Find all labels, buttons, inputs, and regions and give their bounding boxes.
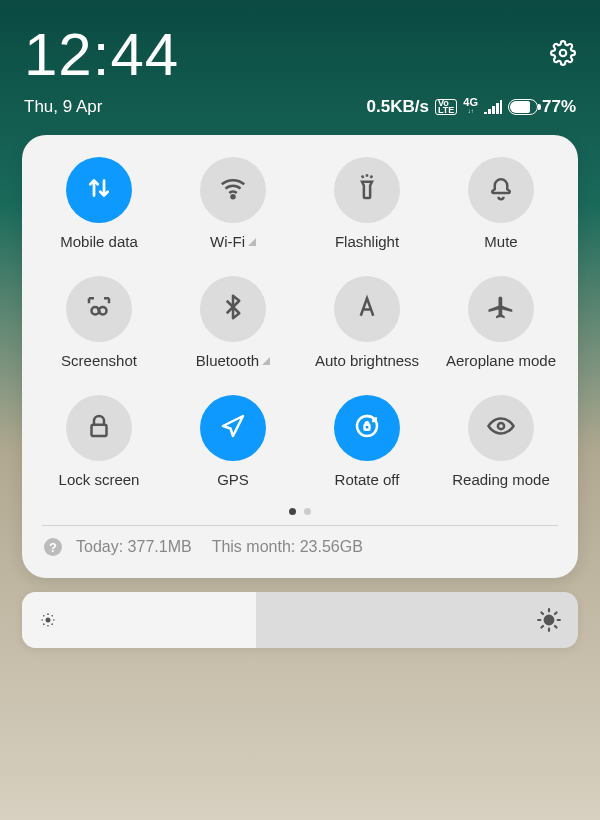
tile-gps[interactable]: GPS xyxy=(168,395,298,488)
screenshot-icon xyxy=(84,292,114,326)
quick-settings-panel: Mobile data Wi-Fi Flashlight Mute Screen xyxy=(22,135,578,578)
tile-label: Screenshot xyxy=(61,352,137,369)
data-usage-row[interactable]: ? Today: 377.1MB This month: 23.56GB xyxy=(34,526,566,570)
brightness-low-icon xyxy=(38,610,58,630)
volte-icon: VoLTE xyxy=(435,99,457,115)
tile-label: Reading mode xyxy=(452,471,550,488)
battery-percent: 77% xyxy=(542,97,576,117)
chevron-icon xyxy=(248,238,256,246)
clock-time: 12:44 xyxy=(24,20,179,89)
svg-point-11 xyxy=(41,619,43,621)
tile-flashlight[interactable]: Flashlight xyxy=(302,157,432,250)
battery-icon: 77% xyxy=(508,97,576,117)
tile-screenshot[interactable]: Screenshot xyxy=(34,276,164,369)
signal-icon xyxy=(484,100,502,114)
wifi-icon xyxy=(218,173,248,207)
svg-point-7 xyxy=(498,423,504,429)
dot-1 xyxy=(289,508,296,515)
tile-mobile-data[interactable]: Mobile data xyxy=(34,157,164,250)
tile-bluetooth[interactable]: Bluetooth xyxy=(168,276,298,369)
svg-point-15 xyxy=(43,623,45,625)
network-type-icon: 4G ↓↑ xyxy=(463,98,478,116)
tile-reading-mode[interactable]: Reading mode xyxy=(436,395,566,488)
tile-label: GPS xyxy=(217,471,249,488)
tile-label: Rotate off xyxy=(335,471,400,488)
svg-point-8 xyxy=(46,618,51,623)
tile-label: Aeroplane mode xyxy=(446,352,556,369)
location-arrow-icon xyxy=(218,411,248,445)
settings-button[interactable] xyxy=(550,40,576,70)
net-speed: 0.5KB/s xyxy=(367,97,429,117)
tile-label: Auto brightness xyxy=(315,352,419,369)
tile-label: Wi-Fi xyxy=(210,233,245,250)
svg-point-17 xyxy=(545,616,554,625)
tile-label: Bluetooth xyxy=(196,352,259,369)
tile-label: Mobile data xyxy=(60,233,138,250)
svg-point-14 xyxy=(51,615,53,617)
status-indicators: 0.5KB/s VoLTE 4G ↓↑ 77% xyxy=(367,97,576,117)
svg-point-10 xyxy=(47,625,49,627)
chevron-icon xyxy=(262,357,270,365)
eye-icon xyxy=(486,411,516,445)
tile-aeroplane-mode[interactable]: Aeroplane mode xyxy=(436,276,566,369)
status-bar: 12:44 Thu, 9 Apr 0.5KB/s VoLTE 4G ↓↑ 77% xyxy=(0,0,600,117)
svg-point-9 xyxy=(47,613,49,615)
svg-point-0 xyxy=(560,49,567,56)
dot-2 xyxy=(304,508,311,515)
tile-label: Mute xyxy=(484,233,517,250)
lock-icon xyxy=(84,411,114,445)
mobile-data-icon xyxy=(84,173,114,207)
flashlight-icon xyxy=(352,173,382,207)
tile-lock-screen[interactable]: Lock screen xyxy=(34,395,164,488)
tile-auto-brightness[interactable]: Auto brightness xyxy=(302,276,432,369)
tile-mute[interactable]: Mute xyxy=(436,157,566,250)
tile-rotate-off[interactable]: Rotate off xyxy=(302,395,432,488)
svg-point-16 xyxy=(51,623,53,625)
svg-point-12 xyxy=(53,619,55,621)
auto-brightness-icon xyxy=(352,292,382,326)
question-icon: ? xyxy=(44,538,62,556)
tile-label: Flashlight xyxy=(335,233,399,250)
airplane-icon xyxy=(486,292,516,326)
bluetooth-icon xyxy=(218,292,248,326)
status-date: Thu, 9 Apr xyxy=(24,97,102,117)
svg-point-1 xyxy=(232,195,235,198)
tile-label: Lock screen xyxy=(59,471,140,488)
svg-rect-4 xyxy=(92,425,107,436)
brightness-slider[interactable] xyxy=(22,592,578,648)
rotate-lock-icon xyxy=(352,411,382,445)
tile-wifi[interactable]: Wi-Fi xyxy=(168,157,298,250)
svg-point-13 xyxy=(43,615,45,617)
bell-icon xyxy=(486,173,516,207)
brightness-high-icon xyxy=(536,607,562,633)
page-indicator xyxy=(34,508,566,515)
svg-rect-6 xyxy=(365,425,370,430)
